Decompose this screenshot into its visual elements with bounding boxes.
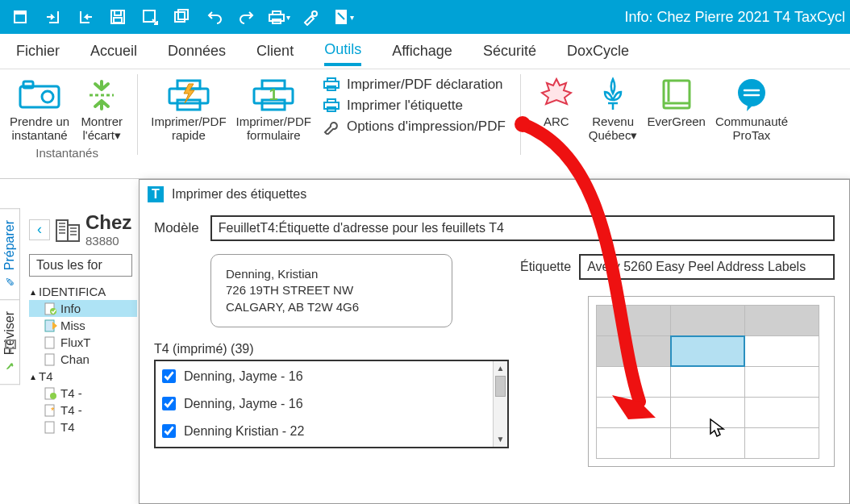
label: rapide	[172, 128, 206, 142]
item-checkbox[interactable]	[162, 369, 176, 383]
undo-icon[interactable]	[203, 6, 226, 28]
import-icon[interactable]	[42, 6, 65, 28]
options-icon[interactable]	[300, 6, 323, 28]
address-line: 726 19TH STREET NW	[226, 282, 437, 298]
print-options-button[interactable]: Options d'impression/PDF	[316, 116, 512, 137]
scrollbar[interactable]: ▲ ▼	[493, 361, 507, 447]
printer-small-icon	[323, 77, 340, 93]
print-icon[interactable]: ▾	[268, 6, 290, 28]
save-all-icon[interactable]	[171, 6, 194, 28]
print-pdf-declaration-button[interactable]: Imprimer/PDF déclaration	[316, 74, 512, 95]
tree-node-flux[interactable]: FluxT	[29, 334, 137, 351]
label: Montrer	[81, 115, 123, 128]
svg-rect-3	[115, 10, 121, 15]
label: instantané	[11, 128, 67, 142]
label: ARC	[544, 115, 569, 128]
tab-outils[interactable]: Outils	[324, 36, 361, 66]
fleur-de-lis-icon	[590, 76, 635, 113]
tab-affichage[interactable]: Affichage	[392, 38, 452, 65]
svg-rect-27	[327, 99, 335, 102]
list-item[interactable]: Denning, Jayme - 16	[157, 390, 493, 418]
scroll-thumb[interactable]	[495, 376, 506, 397]
tree-node-t4c[interactable]: T4	[29, 419, 137, 435]
vertical-tab-strip: ✎Préparer ✔Réviser	[0, 208, 24, 384]
tab-doxcycle[interactable]: DoxCycle	[567, 38, 629, 65]
print-label-button[interactable]: Imprimer l'étiquette	[316, 95, 512, 116]
list-item[interactable]: Denning, Jayme - 16	[157, 363, 493, 390]
save-icon[interactable]	[106, 6, 129, 28]
tree-node-t4a[interactable]: T4 -	[29, 385, 137, 402]
variance-icon	[79, 76, 124, 113]
item-checkbox[interactable]	[162, 424, 176, 438]
client-name: Chez	[85, 211, 131, 234]
label: Imprimer/PDF	[151, 115, 226, 128]
print-pdf-quick-button[interactable]: Imprimer/PDF rapide	[146, 74, 231, 144]
pin-icon[interactable]	[2, 337, 20, 357]
rq-link-button[interactable]: Revenu Québec▾	[584, 74, 643, 144]
selected-label-cell[interactable]	[670, 335, 745, 367]
list-header: T4 (imprimé) (39)	[154, 342, 509, 356]
all-forms-field[interactable]: Tous les for	[29, 254, 132, 277]
address-line: Denning, Kristian	[226, 266, 437, 282]
show-variance-button[interactable]: Montrer l'écart▾	[74, 74, 129, 144]
tree-node-t4[interactable]: ▴T4	[29, 368, 137, 385]
label-type-combobox[interactable]: Avery 5260 Easy Peel Address Labels	[579, 254, 835, 280]
client-id: 83880	[85, 234, 131, 248]
scroll-up-icon[interactable]: ▲	[494, 361, 507, 376]
dialog-app-icon: T	[148, 186, 164, 202]
maple-leaf-icon	[534, 76, 579, 113]
model-label: Modèle	[154, 220, 199, 236]
ribbon-group-label: Instantanés	[35, 146, 98, 160]
item-checkbox[interactable]	[162, 397, 176, 410]
item-label: Denning Kristian - 22	[184, 424, 304, 439]
tree-node-info[interactable]: Info	[29, 300, 137, 317]
window-title: Info: Chez Pierre 2021 T4 TaxCycl	[625, 9, 845, 26]
tab-accueil[interactable]: Accueil	[90, 38, 137, 65]
svg-rect-4	[114, 18, 122, 23]
book-icon	[654, 76, 699, 113]
tree-node-chan[interactable]: Chan	[29, 351, 137, 368]
tab-fichier[interactable]: Fichier	[16, 38, 60, 65]
dialog-title-text: Imprimer des étiquettes	[172, 187, 306, 202]
label: FluxT	[60, 335, 91, 349]
svg-rect-33	[68, 225, 79, 241]
collapse-button[interactable]: ‹	[29, 219, 50, 240]
ribbon: Prendre un instantané Montrer l'écart▾ I…	[0, 69, 850, 179]
label: Prendre un	[10, 115, 69, 128]
save-as-icon[interactable]	[139, 6, 161, 28]
new-file-icon[interactable]	[10, 6, 32, 28]
scroll-down-icon[interactable]: ▼	[494, 432, 507, 447]
tab-client[interactable]: Client	[256, 38, 294, 65]
tree-node-t4b[interactable]: *T4 -	[29, 402, 137, 419]
evergreen-button[interactable]: EverGreen	[642, 74, 710, 130]
label: Imprimer/PDF	[236, 115, 311, 128]
tab-securite[interactable]: Sécurité	[483, 38, 536, 65]
svg-rect-43	[45, 422, 54, 433]
model-combobox[interactable]: FeuilletT4:Étiquette d'adresse pour les …	[210, 215, 835, 241]
item-label: Denning, Jayme - 16	[184, 397, 303, 411]
label: Québec▾	[589, 128, 638, 142]
tree-node-miss[interactable]: Miss	[29, 317, 137, 334]
snapshot-button[interactable]: Prendre un instantané	[5, 74, 74, 144]
tab-donnees[interactable]: Données	[168, 38, 226, 65]
svg-point-11	[312, 11, 317, 16]
export-icon[interactable]	[74, 6, 97, 28]
label: l'écart▾	[82, 128, 121, 142]
svg-rect-7	[178, 10, 188, 19]
cra-link-button[interactable]: ARC	[529, 74, 584, 130]
redo-icon[interactable]	[235, 6, 258, 28]
list-item[interactable]: Denning Kristian - 22	[157, 418, 493, 445]
label: Communauté	[715, 115, 788, 128]
label-sheet-picker[interactable]	[588, 296, 835, 467]
recipient-listbox[interactable]: Denning, Jayme - 16 Denning, Jayme - 16 …	[154, 360, 509, 448]
svg-rect-18	[177, 100, 200, 110]
svg-point-15	[42, 91, 53, 102]
svg-text:1: 1	[269, 85, 278, 103]
print-pdf-form-button[interactable]: 1 Imprimer/PDF formulaire	[231, 74, 316, 144]
community-button[interactable]: Communauté ProTax	[710, 74, 793, 144]
vtab-prepare[interactable]: ✎Préparer	[0, 208, 20, 300]
edit-doc-icon[interactable]: ▾	[332, 6, 355, 28]
label: Options d'impression/PDF	[347, 119, 506, 135]
camera-icon	[17, 76, 62, 113]
tree-node-identification[interactable]: ▴IDENTIFICA	[29, 283, 137, 300]
